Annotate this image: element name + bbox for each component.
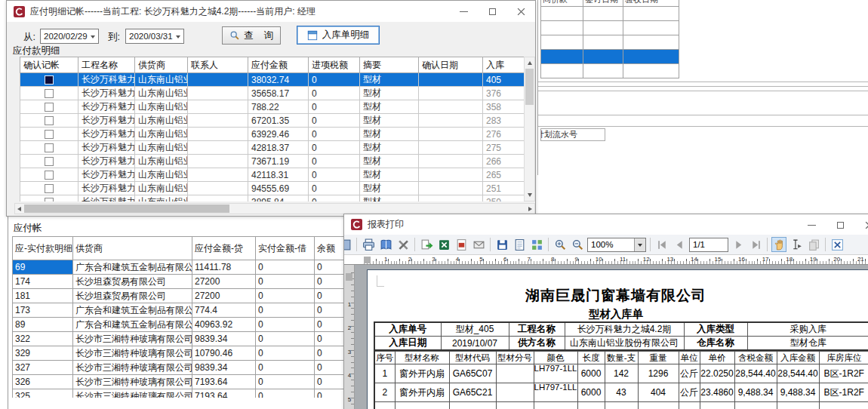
table-row-selected[interactable] xyxy=(541,49,679,63)
table-row[interactable]: 326 长沙市三湘特种玻璃有限公司 7193.64 0 0 xyxy=(13,375,356,389)
to-date-combo[interactable]: 2020/03/31 xyxy=(125,29,184,44)
table-row[interactable]: 长沙万科魅力... 山东南山铝业... 73671.19 0 型材 266 xyxy=(20,155,525,168)
cell-project: 长沙万科魅力... xyxy=(78,73,135,87)
table-row[interactable]: 322 长沙市三湘特种玻璃有限公司 9839.34 0 0 xyxy=(13,332,356,346)
ruler-number: 17 xyxy=(745,255,769,265)
ruler-number: 5 xyxy=(344,379,355,403)
cell-seq: 1 xyxy=(374,364,395,383)
inbound-detail-button[interactable]: 入库单明细 xyxy=(297,26,380,45)
minimize-button[interactable] xyxy=(797,214,826,235)
cell-in-amount: 9,488.34 xyxy=(777,383,819,402)
confirm-checkbox[interactable] xyxy=(45,184,54,193)
page-number-input[interactable]: 1/1 xyxy=(689,238,728,252)
table-row[interactable]: 181 长沙坦森贸易有限公司 27200 0 0 xyxy=(13,289,356,303)
zoom-in-icon[interactable] xyxy=(553,237,568,252)
cell-supplier: 山东南山铝业... xyxy=(135,182,188,195)
close-button[interactable] xyxy=(506,1,535,22)
maximize-button[interactable] xyxy=(478,1,506,22)
close-button[interactable] xyxy=(854,214,868,235)
cell-confirm xyxy=(20,128,78,141)
payable-detail-window: 应付明细记帐------当前工程: 长沙万科魅力之城4.2期------当前用户… xyxy=(6,0,536,217)
pdf-export-icon[interactable] xyxy=(454,237,469,252)
save-icon[interactable] xyxy=(494,237,509,252)
table-row[interactable] xyxy=(541,63,679,78)
minimize-button[interactable] xyxy=(449,1,478,22)
zoom-out-icon[interactable] xyxy=(570,237,585,252)
confirm-checkbox[interactable] xyxy=(45,103,54,112)
last-page-icon[interactable] xyxy=(748,237,763,252)
first-page-icon[interactable] xyxy=(654,237,669,252)
cell-tax: 0 xyxy=(309,128,360,141)
copy-icon[interactable] xyxy=(806,237,821,252)
thumbnails-icon[interactable] xyxy=(529,237,544,252)
confirm-checkbox[interactable] xyxy=(45,75,54,85)
query-button-label: 查 询 xyxy=(244,29,273,42)
scroll-up-icon[interactable] xyxy=(528,61,532,65)
cell-contact xyxy=(188,100,248,114)
table-row[interactable]: 329 长沙市三湘特种玻璃有限公司 10790.46 0 0 xyxy=(13,346,356,361)
print-preview-area[interactable]: 湖南巨晟门窗幕墙有限公司 型材入库单 入库单号 型材_405 工程名称 xyxy=(344,265,868,409)
confirm-checkbox[interactable] xyxy=(45,130,54,139)
settings-tools-icon[interactable] xyxy=(396,237,411,252)
hand-pan-tool-icon[interactable] xyxy=(771,237,786,252)
confirm-checkbox[interactable] xyxy=(45,198,54,201)
text-select-tool-icon[interactable] xyxy=(789,237,804,252)
confirm-checkbox[interactable] xyxy=(45,171,54,180)
column-header: 实付金额-借 xyxy=(256,237,315,260)
cell-project: 长沙万科魅力... xyxy=(78,114,135,128)
cell-profile-subno xyxy=(496,383,534,402)
query-button[interactable]: 查 询 xyxy=(222,26,281,45)
table-row[interactable]: 长沙万科魅力... 山东南山铝业... 3895.84 0 型材 250 xyxy=(20,195,525,202)
from-date-combo[interactable]: 2020/02/29 xyxy=(40,29,99,44)
confirm-checkbox[interactable] xyxy=(45,157,54,166)
table-row[interactable]: 327 长沙市三湘特种玻璃有限公司 9839.34 0 0 xyxy=(13,361,356,375)
book-icon[interactable] xyxy=(378,237,393,252)
print-icon[interactable] xyxy=(361,237,376,252)
cell-confirm xyxy=(20,168,78,182)
confirm-checkbox[interactable] xyxy=(45,116,54,125)
ruler-numbers: 123456789101112131415161718192021 xyxy=(344,255,864,265)
next-page-icon[interactable] xyxy=(731,237,746,252)
export-icon[interactable] xyxy=(419,237,434,252)
previous-page-icon[interactable] xyxy=(672,237,687,252)
table-row[interactable]: 69 广东合和建筑五金制品有限公司 11411.78 0 0 xyxy=(13,260,356,275)
scroll-right-icon[interactable] xyxy=(528,207,532,211)
scroll-down-icon[interactable] xyxy=(528,193,532,197)
table-row[interactable]: 长沙万科魅力... 山东南山铝业... 788.22 0 型材 358 xyxy=(20,100,525,114)
excel-export-icon[interactable] xyxy=(436,237,451,252)
scrollbar-thumb[interactable] xyxy=(525,69,534,105)
table-row[interactable]: 89 广东合和建筑五金制品有限公司 40963.92 0 0 xyxy=(13,318,356,332)
chevron-down-icon[interactable] xyxy=(634,238,645,251)
vertical-scrollbar[interactable] xyxy=(524,57,535,201)
table-row[interactable]: 长沙万科魅力... 山东南山铝业... 42818.37 0 型材 275 xyxy=(20,141,525,155)
page-setup-icon[interactable] xyxy=(512,237,527,252)
mail-icon[interactable] xyxy=(471,237,486,252)
table-row[interactable]: 174 长沙坦森贸易有限公司 27200 0 0 xyxy=(13,275,356,289)
payable-detail-table-area: 确认记帐工程名称供货商联系人应付金额进项税额摘要确认日期入库 长沙万科魅力...… xyxy=(20,57,524,201)
table-row[interactable]: 173 广东合和建筑五金制品有限公司 774.4 0 0 xyxy=(13,303,356,318)
serial-number-field[interactable]: 计划流水号 xyxy=(540,128,605,141)
scroll-left-icon[interactable] xyxy=(17,207,21,211)
confirm-checkbox[interactable] xyxy=(45,143,54,152)
table-row[interactable]: 长沙万科魅力... 山东南山铝业... 38032.74 0 型材 405 xyxy=(20,73,525,87)
column-header: 进项税额 xyxy=(309,57,360,73)
scrollbar-thumb[interactable] xyxy=(24,204,229,213)
report-info-row: 入库单号 型材_405 工程名称 长沙万科魅力之城4.2期 入库类型 采购入库 xyxy=(374,322,868,337)
table-row[interactable]: 长沙万科魅力... 山东南山铝业... 94555.69 0 型材 251 xyxy=(20,182,525,195)
table-row[interactable]: 长沙万科魅力... 山东南山铝业... 42118.31 0 型材 265 xyxy=(20,168,525,182)
table-row[interactable]: 长沙万科魅力... 山东南山铝业... 63929.46 0 型材 276 xyxy=(20,128,525,141)
close-preview-icon[interactable] xyxy=(830,237,845,252)
table-row[interactable] xyxy=(541,6,679,20)
table-row[interactable] xyxy=(541,35,679,49)
maximize-button[interactable] xyxy=(826,214,854,235)
table-row[interactable]: 325 长沙市三湘特种玻璃有限公司 7193.64 0 0 xyxy=(13,389,356,398)
table-row[interactable] xyxy=(541,20,679,35)
table-row[interactable]: 长沙万科魅力... 山东南山铝业... 35658.17 0 型材 376 xyxy=(20,87,525,100)
toolbar-partial-icon[interactable] xyxy=(344,237,352,252)
confirm-checkbox[interactable] xyxy=(45,89,54,98)
table-row[interactable]: 长沙万科魅力... 山东南山铝业... 67201.35 0 型材 283 xyxy=(20,114,525,128)
horizontal-scrollbar[interactable] xyxy=(14,203,535,214)
panel-border xyxy=(8,217,8,409)
zoom-level-combo[interactable]: 100% xyxy=(587,238,646,252)
column-header: 摘要 xyxy=(360,57,419,73)
